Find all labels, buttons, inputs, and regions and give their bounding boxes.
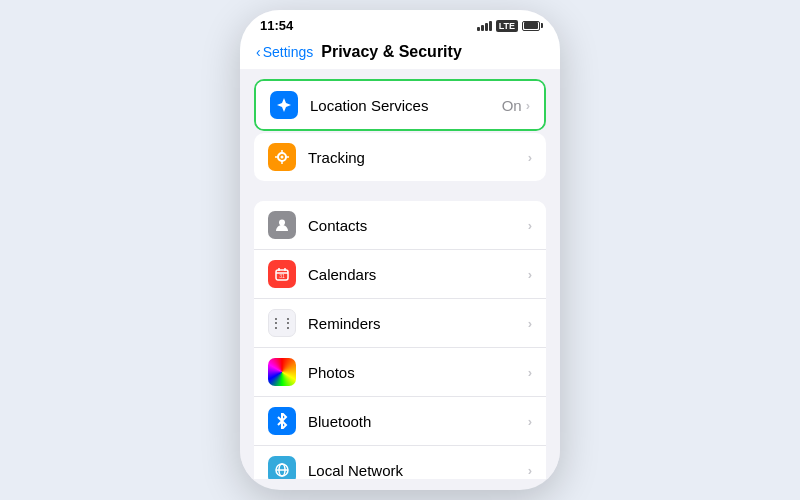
bluetooth-icon bbox=[268, 407, 296, 435]
main-section: Contacts › 31 Calendars › bbox=[240, 201, 560, 479]
battery-icon bbox=[522, 21, 540, 31]
back-button[interactable]: ‹ Settings bbox=[256, 44, 313, 60]
reminders-label: Reminders bbox=[308, 315, 528, 332]
chevron-icon: › bbox=[528, 218, 532, 233]
list-item[interactable]: Location Services On › bbox=[256, 81, 544, 129]
calendars-label: Calendars bbox=[308, 266, 528, 283]
status-icons: LTE bbox=[477, 20, 540, 32]
svg-point-6 bbox=[279, 220, 285, 226]
chevron-icon: › bbox=[526, 98, 530, 113]
back-chevron-icon: ‹ bbox=[256, 44, 261, 60]
location-services-label: Location Services bbox=[310, 97, 502, 114]
lte-badge: LTE bbox=[496, 20, 518, 32]
reminders-icon: ⋮⋮ bbox=[268, 309, 296, 337]
phone-frame: 11:54 LTE ‹ Settings Privacy & Security bbox=[240, 10, 560, 490]
back-label: Settings bbox=[263, 44, 314, 60]
svg-text:31: 31 bbox=[279, 273, 285, 279]
photos-icon bbox=[268, 358, 296, 386]
list-item[interactable]: Local Network › bbox=[254, 446, 546, 479]
tracking-group: Tracking › bbox=[254, 133, 546, 181]
chevron-icon: › bbox=[528, 316, 532, 331]
chevron-icon: › bbox=[528, 267, 532, 282]
bluetooth-label: Bluetooth bbox=[308, 413, 528, 430]
chevron-icon: › bbox=[528, 463, 532, 478]
status-bar: 11:54 LTE bbox=[240, 10, 560, 37]
page-title: Privacy & Security bbox=[321, 43, 462, 61]
tracking-icon bbox=[268, 143, 296, 171]
content-area: Location Services On › bbox=[240, 69, 560, 479]
list-item[interactable]: Tracking › bbox=[254, 133, 546, 181]
top-section: Location Services On › bbox=[240, 79, 560, 181]
local-network-icon bbox=[268, 456, 296, 479]
contacts-icon bbox=[268, 211, 296, 239]
photos-label: Photos bbox=[308, 364, 528, 381]
calendars-icon: 31 bbox=[268, 260, 296, 288]
location-services-icon bbox=[270, 91, 298, 119]
signal-icon bbox=[477, 21, 492, 31]
list-item[interactable]: ⋮⋮ Reminders › bbox=[254, 299, 546, 348]
chevron-icon: › bbox=[528, 414, 532, 429]
list-item[interactable]: Contacts › bbox=[254, 201, 546, 250]
location-services-highlighted: Location Services On › bbox=[254, 79, 546, 131]
list-item[interactable]: 31 Calendars › bbox=[254, 250, 546, 299]
contacts-label: Contacts bbox=[308, 217, 528, 234]
local-network-label: Local Network bbox=[308, 462, 528, 479]
chevron-icon: › bbox=[528, 150, 532, 165]
list-item[interactable]: Bluetooth › bbox=[254, 397, 546, 446]
chevron-icon: › bbox=[528, 365, 532, 380]
nav-bar: ‹ Settings Privacy & Security bbox=[240, 37, 560, 69]
list-item[interactable]: Photos › bbox=[254, 348, 546, 397]
main-list-group: Contacts › 31 Calendars › bbox=[254, 201, 546, 479]
svg-point-1 bbox=[281, 156, 284, 159]
time-display: 11:54 bbox=[260, 18, 293, 33]
tracking-label: Tracking bbox=[308, 149, 528, 166]
location-services-value: On bbox=[502, 97, 522, 114]
